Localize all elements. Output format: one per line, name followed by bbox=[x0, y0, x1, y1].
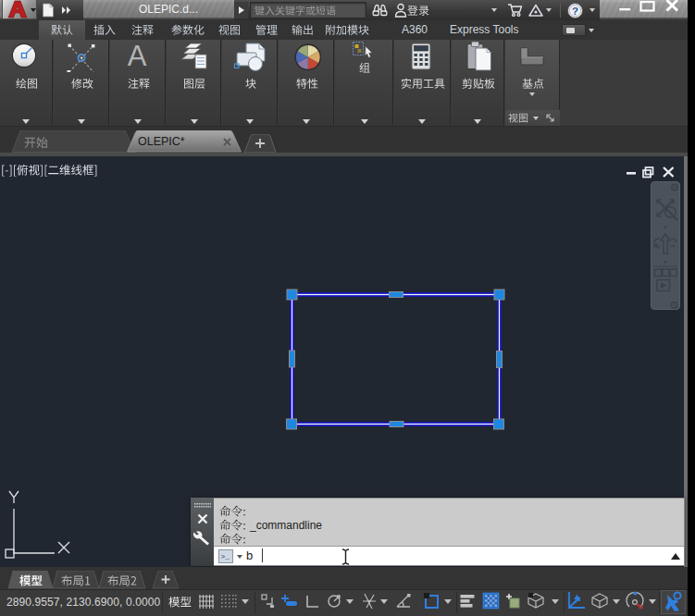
svg-text:?: ? bbox=[572, 6, 578, 17]
